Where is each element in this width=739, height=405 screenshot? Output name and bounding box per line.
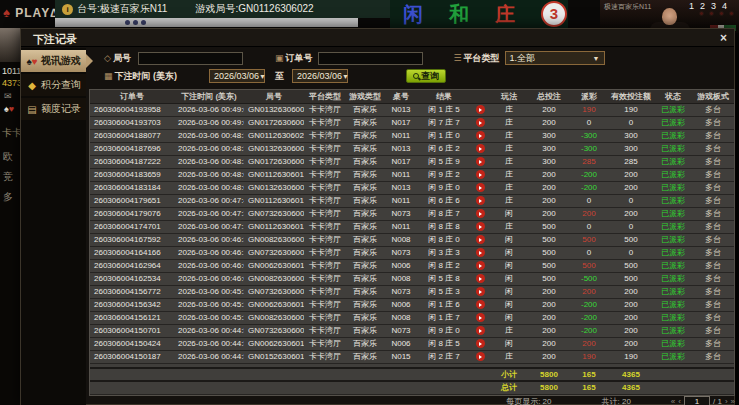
document-icon: ▤: [26, 104, 38, 115]
table-cell: GN0732630600C: [244, 207, 304, 220]
table-row: 2603060041641662026-03-06 00:46:14GN0732…: [90, 246, 734, 259]
table-cell: [470, 116, 490, 129]
ticker-strip: [55, 18, 358, 27]
table-cell: N011: [384, 129, 418, 142]
bet-banker[interactable]: 庄: [482, 1, 528, 28]
tab-fragment: 多: [3, 190, 13, 204]
table-cell: N073: [384, 285, 418, 298]
replay-icon[interactable]: [476, 131, 485, 140]
next-page-button[interactable]: ›: [725, 397, 728, 405]
round-input[interactable]: [138, 52, 243, 65]
table-cell: [692, 368, 734, 381]
bet-tie[interactable]: 和: [436, 1, 482, 28]
replay-icon[interactable]: [476, 313, 485, 322]
table-cell: N013: [384, 103, 418, 116]
table-cell: [470, 181, 490, 194]
replay-icon[interactable]: [476, 261, 485, 270]
first-page-button[interactable]: «: [671, 397, 675, 405]
table-cell: 已派彩: [654, 324, 692, 337]
close-icon[interactable]: ×: [720, 31, 727, 45]
table-cell: 闲 9 庄 0: [418, 181, 470, 194]
order-input[interactable]: [318, 52, 423, 65]
table-cell: 2026-03-06 00:49:08: [174, 116, 244, 129]
replay-icon[interactable]: [476, 235, 485, 244]
table-cell: 卡卡湾厅: [304, 324, 346, 337]
page-number-input[interactable]: 1: [684, 396, 710, 405]
table-cell: 多台: [692, 272, 734, 285]
replay-icon[interactable]: [476, 157, 485, 166]
date-from-select[interactable]: 2026/03/06 ▼: [209, 69, 265, 83]
table-cell: 285: [570, 155, 608, 168]
table-cell: 500: [528, 220, 570, 233]
date-to-select[interactable]: 2026/03/06 ▼: [292, 69, 348, 83]
table-cell: 多台: [692, 194, 734, 207]
replay-icon[interactable]: [476, 326, 485, 335]
table-cell: 200: [570, 285, 608, 298]
replay-icon[interactable]: [476, 287, 485, 296]
replay-icon[interactable]: [476, 300, 485, 309]
table-cell: 200: [528, 168, 570, 181]
table-row: 2603060041939582026-03-06 00:49:09GN0132…: [90, 103, 734, 116]
table-cell: GN01126306020: [244, 129, 304, 142]
replay-icon[interactable]: [476, 209, 485, 218]
table-cell: N015: [384, 350, 418, 363]
table-cell: 190: [608, 350, 654, 363]
replay-icon[interactable]: [476, 222, 485, 231]
column-header: 派彩: [570, 90, 608, 103]
table-cell: 2026-03-06 00:49:09: [174, 103, 244, 116]
sidebar-item-points-query[interactable]: ◆ 积分查询: [21, 74, 86, 96]
bet-player[interactable]: 闲: [390, 1, 436, 28]
table-cell: 百家乐: [346, 194, 384, 207]
table-cell: 已派彩: [654, 259, 692, 272]
table-row: 2603060041625342026-03-06 00:46:02GN0082…: [90, 272, 734, 285]
replay-icon[interactable]: [476, 339, 485, 348]
table-cell: 百家乐: [346, 168, 384, 181]
table-cell: 0: [608, 194, 654, 207]
table-cell: [470, 168, 490, 181]
column-header: 有效投注额: [608, 90, 654, 103]
table-cell: 已派彩: [654, 233, 692, 246]
table-cell: 2026-03-06 00:48:28: [174, 155, 244, 168]
replay-icon[interactable]: [476, 105, 485, 114]
chevron-down-icon: ▼: [593, 55, 600, 62]
table-cell: 闲: [490, 207, 528, 220]
table-cell: 闲: [490, 311, 528, 324]
last-page-button[interactable]: »: [731, 397, 735, 405]
replay-icon[interactable]: [476, 183, 485, 192]
table-cell: 2026-03-06 00:46:02: [174, 272, 244, 285]
table-cell: 260306004150187: [90, 350, 174, 363]
replay-icon[interactable]: [476, 144, 485, 153]
sidebar-item-quota-records[interactable]: ▤ 额度记录: [21, 98, 86, 120]
table-cell: N073: [384, 246, 418, 259]
platform-select[interactable]: 1.全部 ▼: [505, 51, 605, 65]
table-cell: 已派彩: [654, 142, 692, 155]
table-cell: 260306004183659: [90, 168, 174, 181]
replay-icon[interactable]: [476, 118, 485, 127]
prev-page-button[interactable]: ‹: [678, 397, 681, 405]
replay-icon[interactable]: [476, 248, 485, 257]
column-header: 局号: [244, 90, 304, 103]
replay-icon[interactable]: [476, 170, 485, 179]
table-cell: -500: [570, 272, 608, 285]
sum-bet: 5800: [528, 368, 570, 381]
table-row: 2603060041790762026-03-06 00:47:38GN0732…: [90, 207, 734, 220]
table-cell: 已派彩: [654, 298, 692, 311]
table-row: 2603060041796512026-03-06 00:47:42GN0112…: [90, 194, 734, 207]
table-cell: [470, 233, 490, 246]
column-header: 平台类型: [304, 90, 346, 103]
table-cell: 500: [570, 259, 608, 272]
table-cell: 卡卡湾厅: [304, 246, 346, 259]
table-cell: 多台: [692, 246, 734, 259]
replay-icon[interactable]: [476, 196, 485, 205]
replay-icon[interactable]: [476, 274, 485, 283]
table-cell: N073: [384, 207, 418, 220]
table-cell: 闲: [490, 285, 528, 298]
search-button[interactable]: 查询: [406, 69, 446, 83]
table-cell: 已派彩: [654, 285, 692, 298]
replay-icon[interactable]: [476, 352, 485, 361]
sidebar-item-video-games[interactable]: ♠♥ 视讯游戏: [21, 50, 86, 72]
table-cell: 190: [570, 350, 608, 363]
total-row: 总计58001654365: [90, 381, 734, 394]
table-cell: 0: [608, 246, 654, 259]
dialog-sidebar: ♠♥ 视讯游戏 ◆ 积分查询 ▤ 额度记录: [21, 48, 86, 405]
